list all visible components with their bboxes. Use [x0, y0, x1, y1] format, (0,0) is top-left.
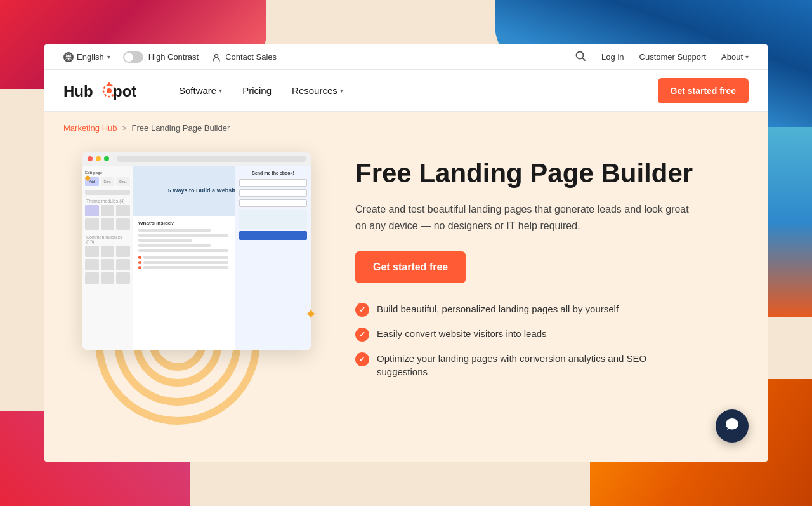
- pricing-label: Pricing: [242, 85, 272, 96]
- utility-right: Log in Customer Support About ▾: [575, 50, 749, 64]
- title-bar-tabs: [117, 156, 306, 162]
- feature-list: Build beautiful, personalized landing pa…: [355, 302, 698, 378]
- globe-icon: [63, 52, 74, 62]
- svg-line-5: [583, 58, 586, 60]
- chat-bubble[interactable]: [716, 409, 749, 443]
- software-label: Software: [179, 85, 216, 96]
- app-screenshot: Edit page Add Con.. Des.. Theme modules …: [82, 152, 311, 350]
- screenshot-main-content: 5 Ways to Build a Website on the Cheap W…: [133, 166, 311, 350]
- mock-submit-btn: [239, 231, 307, 240]
- svg-point-7: [107, 88, 112, 93]
- hero-title: Free Landing Page Builder: [355, 158, 698, 189]
- screenshot-sidebar: Edit page Add Con.. Des.. Theme modules …: [82, 166, 133, 350]
- feature-item-2: Easily convert website visitors into lea…: [355, 327, 698, 342]
- mock-text-1: [138, 229, 211, 232]
- language-selector[interactable]: English ▾: [63, 52, 110, 62]
- svg-text:pot: pot: [113, 83, 136, 100]
- svg-rect-9: [108, 82, 110, 86]
- main-container: English ▾ High Contrast Contact Sales: [44, 44, 768, 462]
- about-chevron: ▾: [745, 53, 749, 60]
- mock-first-name-field: [239, 189, 307, 197]
- close-dot: [88, 156, 93, 161]
- hero-image-container: ✦ Edit page Add Con: [63, 145, 330, 374]
- feature-item-1: Build beautiful, personalized landing pa…: [355, 302, 698, 317]
- check-icon-3: [355, 352, 369, 366]
- svg-point-4: [577, 51, 584, 58]
- software-chevron: ▾: [219, 87, 222, 94]
- contact-sales-link[interactable]: Contact Sales: [211, 52, 277, 62]
- get-started-nav-button[interactable]: Get started free: [658, 78, 749, 103]
- breadcrumb-current: Free Landing Page Builder: [132, 123, 230, 133]
- feature-text-2: Easily convert website visitors into lea…: [377, 327, 547, 340]
- high-contrast-label: High Contrast: [148, 52, 199, 62]
- content-area: Marketing Hub > Free Landing Page Builde…: [44, 112, 768, 462]
- maximize-dot: [104, 156, 109, 161]
- breadcrumb-parent[interactable]: Marketing Hub: [63, 123, 117, 133]
- check-icon-2: [355, 328, 369, 342]
- mock-text-2: [138, 234, 228, 237]
- screenshot-body: Edit page Add Con.. Des.. Theme modules …: [82, 166, 311, 350]
- hero-section: ✦ Edit page Add Con: [44, 133, 768, 397]
- search-icon[interactable]: [575, 50, 586, 64]
- check-icon-1: [355, 303, 369, 317]
- nav-items: Software ▾ Pricing Resources ▾: [171, 80, 351, 101]
- about-label: About: [721, 52, 743, 62]
- about-menu[interactable]: About ▾: [721, 52, 749, 62]
- utility-bar: English ▾ High Contrast Contact Sales: [44, 44, 768, 70]
- mock-form: Send me the ebook!: [235, 166, 311, 350]
- language-label: English: [77, 52, 104, 62]
- mock-form-title: Send me the ebook!: [239, 171, 307, 175]
- main-nav: Hub pot Software ▾ Pricin: [44, 70, 768, 112]
- resources-chevron: ▾: [340, 87, 343, 94]
- screenshot-titlebar: [82, 152, 311, 166]
- breadcrumb-separator: >: [122, 124, 127, 133]
- person-icon: [211, 52, 221, 62]
- customer-support-link[interactable]: Customer Support: [639, 52, 707, 62]
- contact-sales-label: Contact Sales: [225, 52, 277, 62]
- nav-pricing[interactable]: Pricing: [235, 80, 279, 101]
- mock-whats-inside: What's Inside?: [138, 220, 228, 226]
- mock-text-5: [138, 249, 228, 252]
- mock-text-3: [138, 239, 192, 242]
- sparkle-top-icon: ✦: [82, 171, 93, 186]
- toggle-switch[interactable]: [123, 51, 143, 63]
- high-contrast-toggle[interactable]: High Contrast: [123, 51, 199, 63]
- mock-last-name-field: [239, 199, 307, 207]
- hubspot-logo[interactable]: Hub pot: [63, 79, 146, 102]
- nav-software[interactable]: Software ▾: [171, 80, 230, 101]
- language-chevron: ▾: [107, 53, 110, 60]
- hero-content: Free Landing Page Builder Create and tes…: [355, 145, 698, 378]
- nav-left: Hub pot Software ▾ Pricin: [63, 79, 351, 102]
- breadcrumb: Marketing Hub > Free Landing Page Builde…: [44, 112, 768, 133]
- hero-cta-button[interactable]: Get started free: [355, 251, 466, 283]
- login-link[interactable]: Log in: [601, 52, 624, 62]
- feature-text-3: Optimize your landing pages with convers…: [377, 352, 698, 378]
- minimize-dot: [96, 156, 101, 161]
- nav-resources[interactable]: Resources ▾: [284, 80, 351, 101]
- feature-item-3: Optimize your landing pages with convers…: [355, 352, 698, 378]
- svg-point-3: [215, 54, 218, 57]
- mock-email-field: [239, 179, 307, 187]
- chat-icon: [724, 416, 740, 436]
- utility-left: English ▾ High Contrast Contact Sales: [63, 51, 277, 63]
- feature-text-1: Build beautiful, personalized landing pa…: [377, 302, 619, 316]
- resources-label: Resources: [292, 85, 337, 96]
- svg-text:Hub: Hub: [63, 83, 93, 100]
- hero-description: Create and test beautiful landing pages …: [355, 201, 698, 234]
- sparkle-bottom-icon: ✦: [304, 305, 317, 323]
- mock-text-4: [138, 244, 211, 247]
